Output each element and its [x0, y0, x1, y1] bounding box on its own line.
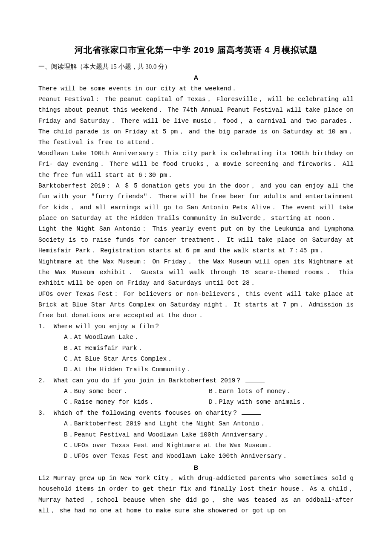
paragraph: Liz Murray grew up in New York City， wit… — [38, 473, 354, 517]
question-1: 1. Where will you enjoy a film？ A．At Woo… — [38, 321, 354, 376]
question-number: 1. — [38, 321, 54, 376]
option-c: C．Raise money for kids． — [64, 397, 209, 408]
question-body: What can you do if you join in Barktober… — [54, 376, 354, 408]
document-title: 河北省张家口市宣化第一中学 2019 届高考英语 4 月模拟试题 — [38, 43, 354, 58]
option-c: C．At Blue Star Arts Complex． — [64, 354, 354, 364]
paragraph: Barktoberfest 2019： A ＄ 5 donation gets … — [38, 181, 354, 224]
option-d: D．Play with some animals． — [209, 397, 354, 408]
question-number: 2. — [38, 376, 54, 408]
paragraph: Nightmare at the Wax Museum： On Friday， … — [38, 257, 354, 289]
question-2: 2. What can you do if you join in Barkto… — [38, 376, 354, 408]
paragraph: UFOs over Texas Fest： For believers or n… — [38, 289, 354, 321]
option-b: B．Peanut Festival and Woodlawn Lake 100t… — [64, 430, 354, 440]
question-stem: Which of the following events focuses on… — [54, 408, 354, 419]
page-content: 河北省张家口市宣化第一中学 2019 届高考英语 4 月模拟试题 一、阅读理解（… — [0, 0, 392, 542]
paragraph: Peanut Festival： The peanut capital of T… — [38, 94, 354, 148]
question-stem: What can you do if you join in Barktober… — [54, 376, 354, 386]
option-c: C．UFOs over Texas Fest and Nightmare at … — [64, 440, 354, 451]
question-stem: Where will you enjoy a film？ — [54, 321, 354, 332]
option-a: A．At Woodlawn Lake． — [64, 332, 354, 343]
paragraph: Light the Night San Antonio： This yearly… — [38, 224, 354, 256]
question-number: 3. — [38, 408, 54, 462]
question-body: Which of the following events focuses on… — [54, 408, 354, 462]
fill-blank — [245, 382, 265, 382]
passage-b-label: B — [38, 462, 354, 473]
passage-a: There will be some events in our city at… — [38, 84, 354, 321]
fill-blank — [242, 414, 261, 415]
options: A．At Woodlawn Lake． B．At Hemisfair Park．… — [54, 332, 354, 376]
option-d: D．At the Hidden Trails Community． — [64, 364, 354, 375]
question-3: 3. Which of the following events focuses… — [38, 408, 354, 462]
option-d: D．UFOs over Texas Fest and Woodlawn Lake… — [64, 451, 354, 462]
option-a: A．Buy some beer． — [64, 386, 209, 397]
passage-a-label: A — [38, 72, 354, 83]
section-instruction: 一、阅读理解（本大题共 15 小题，共 30.0 分） — [38, 61, 354, 72]
paragraph: Woodlawn Lake 100th Anniversary： This ci… — [38, 148, 354, 181]
passage-b: Liz Murray grew up in New York City， wit… — [38, 473, 354, 517]
options: A．Buy some beer． B．Earn lots of money． C… — [54, 386, 354, 408]
paragraph: There will be some events in our city at… — [38, 84, 354, 94]
option-b: B．At Hemisfair Park． — [64, 343, 354, 354]
option-b: B．Earn lots of money． — [209, 386, 354, 397]
question-body: Where will you enjoy a film？ A．At Woodla… — [54, 321, 354, 376]
fill-blank — [164, 328, 183, 328]
option-a: A．Barktoberfest 2019 and Light the Night… — [64, 419, 354, 429]
options: A．Barktoberfest 2019 and Light the Night… — [54, 419, 354, 462]
